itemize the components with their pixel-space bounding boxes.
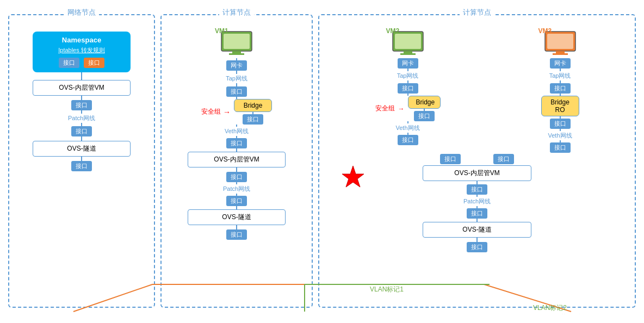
svg-rect-10: [556, 51, 565, 53]
iface-patch-right[interactable]: 接口: [467, 208, 487, 219]
svg-rect-3: [229, 53, 244, 55]
vm3-label: VM3: [538, 27, 552, 35]
iface-tap-vm2[interactable]: 接口: [398, 83, 418, 94]
svg-rect-9: [547, 34, 573, 49]
panel-right: 计算节点 VM2 网卡 Tap网线 接口: [318, 14, 636, 308]
left-col: Namespace Iptables 转发规则 接口 接口 OVS-内层管VM …: [15, 32, 148, 171]
nic-vm3[interactable]: 网卡: [550, 58, 571, 69]
star-marker: [341, 165, 365, 190]
iface-veth-vm3[interactable]: 接口: [550, 142, 571, 153]
arrow-middle: →: [223, 108, 231, 116]
vm2-label: VM2: [386, 27, 400, 35]
conn-5: [81, 136, 82, 141]
namespace-label: Namespace: [39, 36, 124, 44]
bridge-ro-col: Bridge RO 接口: [541, 96, 579, 129]
panel-left: 网络节点 Namespace Iptables 转发规则 接口 接口 OVS-内…: [8, 14, 155, 308]
star-icon: [341, 165, 365, 189]
namespace-box: Namespace Iptables 转发规则 接口 接口: [33, 32, 131, 72]
iface-left-right[interactable]: 接口: [440, 154, 461, 164]
vm2-col: VM2 网卡 Tap网线 接口 安全组 → Bridge: [375, 29, 441, 153]
iface-patch-middle[interactable]: 接口: [226, 196, 247, 206]
nic-vm2[interactable]: 网卡: [398, 58, 418, 69]
veth-vm2: Veth网线: [395, 124, 419, 132]
sec-bridge-vm2: 安全组 → Bridge 接口: [375, 96, 441, 121]
vm3-col: VM3 网卡 Tap网线 接口 Bridge RO 接口 Veth网线: [541, 29, 579, 153]
iface-btn-1[interactable]: 接口: [59, 58, 79, 68]
iface-bridge-middle[interactable]: 接口: [243, 114, 263, 125]
svg-rect-11: [553, 53, 568, 55]
patch-line-label-left: Patch网线: [68, 114, 95, 122]
iface-right-right[interactable]: 接口: [493, 154, 514, 164]
vm3-area: VM3: [543, 29, 578, 57]
iface-tap-vm3[interactable]: 接口: [550, 83, 571, 94]
iface-bridge-ro-vm3[interactable]: 接口: [550, 119, 571, 129]
sec-text-vm2: 安全组: [375, 104, 395, 113]
tap-label-middle: Tap网线: [226, 74, 247, 83]
ovs-tunnel-left: OVS-隧道: [33, 141, 131, 157]
nic-middle[interactable]: 网卡: [226, 60, 247, 71]
veth-vm3: Veth网线: [548, 132, 572, 140]
panel-middle: 计算节点 VM1 网卡 Tap网线 接口: [160, 14, 313, 308]
veth-label-middle: Veth网线: [225, 127, 249, 135]
svg-marker-12: [342, 166, 364, 187]
svg-rect-5: [395, 34, 421, 49]
vm2-area: VM2: [391, 29, 425, 57]
bridge-col-middle: Bridge 接口: [234, 99, 272, 125]
panel-right-title: 计算节点: [460, 8, 494, 17]
patch-label-right: Patch网线: [463, 197, 491, 206]
iface-btn-4[interactable]: 接口: [71, 126, 92, 136]
iface-bridge-vm2[interactable]: 接口: [414, 111, 435, 121]
iface-btn-5[interactable]: 接口: [71, 161, 92, 171]
svg-rect-7: [400, 53, 416, 55]
svg-rect-6: [404, 51, 412, 53]
iface-tunnel-middle[interactable]: 接口: [226, 229, 247, 240]
vm1-label: VM1: [215, 27, 228, 35]
svg-rect-2: [232, 51, 241, 53]
conn-1: [81, 72, 82, 80]
conn-6: [81, 157, 82, 161]
ovs-inner-middle: OVS-内层管VM: [188, 152, 286, 167]
bridge-vm2-col: Bridge 接口: [408, 96, 441, 121]
iface-btn-2[interactable]: 接口: [84, 58, 104, 68]
iptables-label: Iptables 转发规则: [39, 46, 124, 54]
svg-rect-1: [224, 34, 250, 49]
iface-pair-right: 接口 接口: [440, 154, 514, 164]
right-two-vm-area: VM2 网卡 Tap网线 接口 安全组 → Bridge: [325, 29, 629, 153]
right-lower: 接口 接口 OVS-内层管VM 接口 Patch网线 接口 OVS-: [325, 154, 629, 252]
bridge-ro-vm3: Bridge RO: [541, 96, 579, 116]
tap-vm3: Tap网线: [549, 72, 571, 80]
main-container: 网络节点 Namespace Iptables 转发规则 接口 接口 OVS-内…: [0, 0, 644, 323]
middle-col: VM1 网卡 Tap网线 接口 安全组 → Bridge: [167, 29, 306, 240]
bridge-vm2: Bridge: [408, 96, 441, 109]
sec-bridge-middle: 安全组 → Bridge 接口: [201, 99, 272, 125]
iface-btn-3[interactable]: 接口: [71, 100, 92, 110]
iface-tunnel-right[interactable]: 接口: [467, 242, 487, 252]
ovs-tunnel-middle: OVS-隧道: [188, 209, 286, 225]
iface-veth-vm2[interactable]: 接口: [398, 135, 418, 145]
iface-ovs-right[interactable]: 接口: [467, 184, 487, 195]
ovs-tunnel-right: OVS-隧道: [423, 222, 531, 238]
patch-label-middle: Patch网线: [223, 185, 250, 193]
sec-group-middle: 安全组 →: [201, 107, 231, 116]
conn-3: [81, 110, 82, 114]
bridge-middle: Bridge: [234, 99, 272, 112]
ovs-inner-right: OVS-内层管VM: [423, 165, 531, 181]
conn-2: [81, 96, 82, 100]
ovs-inner-left: OVS-内层管VM: [33, 80, 131, 96]
tap-vm2: Tap网线: [397, 72, 419, 80]
iface-ovs-middle[interactable]: 接口: [226, 172, 247, 182]
iface-veth-middle[interactable]: 接口: [226, 138, 247, 148]
sec-label-middle: 安全组: [201, 107, 221, 116]
panel-middle-title: 计算节点: [219, 8, 254, 17]
iface-tap-middle[interactable]: 接口: [226, 86, 247, 97]
panel-left-title: 网络节点: [64, 8, 99, 17]
vm1-area: VM1: [219, 29, 254, 57]
arrow-vm2: →: [398, 105, 405, 113]
